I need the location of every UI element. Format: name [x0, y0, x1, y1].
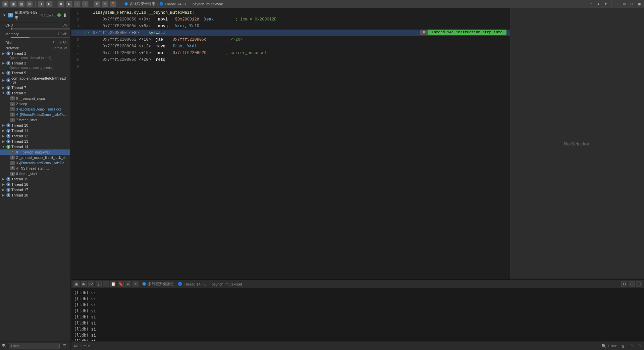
frame-9-3[interactable]: 3 3 -[LockBaseDemo _saleTicket] — [0, 106, 70, 112]
breadcrumb-frame[interactable]: 0 __psynch_mutexwait — [185, 2, 223, 6]
breadcrumb-process[interactable]: 多线程安全隐患 — [129, 1, 155, 6]
toolbar-btn-8[interactable]: ▶ — [66, 1, 72, 7]
toolbar-nav-up[interactable]: ▲ — [595, 1, 601, 7]
thread-17-expand-icon[interactable]: ▶ — [1, 188, 5, 191]
frame-9-7[interactable]: 7 7 thread_start — [0, 117, 70, 123]
thread-item-18[interactable]: ▶ 8 Thread 18 — [0, 192, 70, 198]
toolbar-btn-2[interactable]: ▣ — [10, 1, 17, 7]
console-btn-step-into[interactable]: ↓↗ — [88, 281, 94, 287]
thread-3-icon: 8 — [6, 61, 10, 65]
thread-11-expand-icon[interactable]: ▶ — [1, 129, 5, 132]
thread-uikit-expand-icon[interactable]: ▶ — [1, 79, 5, 82]
frame-9-2[interactable]: 2 2 sleep — [0, 101, 70, 106]
network-label: Network — [5, 46, 53, 50]
thread-10-expand-icon[interactable]: ▶ — [1, 124, 5, 127]
toolbar-btn-7[interactable]: ⏸ — [58, 1, 64, 7]
console-btn-6[interactable]: 🔖 — [118, 281, 124, 287]
thread-item-10[interactable]: ▶ 8 Thread 10 — [0, 123, 70, 128]
console-btn-8[interactable]: ≡ — [132, 281, 139, 287]
console-layout-1[interactable]: ⊟ — [621, 281, 627, 287]
thread-item-3[interactable]: ▶ 8 Thread 3 — [0, 60, 70, 66]
thread-14-expand-icon[interactable]: ▼ — [1, 145, 5, 148]
console-layout-btn-b[interactable]: ⊟ — [636, 343, 642, 349]
toolbar-layout-2[interactable]: ⊞ — [621, 1, 627, 7]
console-output[interactable]: (lldb) si (lldb) si (lldb) si (lldb) si … — [71, 289, 644, 341]
frame-9-4[interactable]: 4 4 -[PthreadMutexDemo _saleTicket] — [0, 112, 70, 117]
frame-14-2[interactable]: 2 2 _pthread_mutex_firstfit_lock_slow — [0, 155, 70, 160]
process-expand-icon[interactable]: ▼ — [3, 13, 6, 17]
thread-item-9[interactable]: ▼ 8 Thread 9 — [0, 90, 70, 96]
frame-9-0[interactable]: 0 0 __semwait_signal — [0, 96, 70, 101]
thread-7-label: Thread 7 — [11, 86, 69, 90]
toolbar-btn-10[interactable]: ↑ — [82, 1, 89, 7]
console-btn-7[interactable]: ⚙ — [125, 281, 131, 287]
toolbar-btn-13[interactable]: 📍 — [110, 1, 116, 7]
filter-icon-group: ☰ ⊞ ≡ — [62, 343, 70, 349]
thread-16-expand-icon[interactable]: ▶ — [1, 183, 5, 186]
thread-9-expand-icon[interactable]: ▼ — [1, 91, 5, 95]
toolbar-btn-4[interactable]: ⊞ — [26, 1, 33, 7]
thread-item-13[interactable]: ▶ 8 Thread 13 — [0, 139, 70, 144]
frame-14-0[interactable]: 0 0 __psynch_mutexwait — [0, 149, 70, 155]
toolbar-btn-3[interactable]: ▦ — [18, 1, 25, 7]
toolbar-nav-down[interactable]: ▼ — [603, 1, 609, 7]
console-layout-2[interactable]: ⊡ — [629, 281, 635, 287]
thread-12-expand-icon[interactable]: ▶ — [1, 134, 5, 138]
toolbar-btn-6[interactable]: ► — [46, 1, 53, 7]
thread-item-uikit[interactable]: ▶ 8 com.apple.uikit.eventfetch-thread (6… — [0, 76, 70, 85]
frame-14-3[interactable]: 3 3 -[PthreadMutexDemo _saleTicket] — [0, 160, 70, 166]
thread-item-7[interactable]: ▶ 8 Thread 7 — [0, 85, 70, 90]
thread-3-expand-icon[interactable]: ▶ — [1, 61, 5, 65]
thread-17-icon: 8 — [6, 188, 10, 192]
frame-14-2-num: 2 — [10, 156, 15, 160]
thread-item-15[interactable]: ▶ 8 Thread 15 — [0, 176, 70, 182]
console-btn-step-out[interactable]: ↑ — [103, 281, 109, 287]
thread-12-label: Thread 12 — [11, 134, 69, 138]
line-code-3: 0x7fff5220805d <+5>: movq %rcx, %r10 — [92, 24, 510, 29]
console-clear-btn[interactable]: 🗑 — [620, 343, 626, 349]
thread-item-1[interactable]: ▶ 8 Thread 1 — [0, 51, 70, 56]
frame-14-6-num: 6 — [10, 172, 15, 176]
console-btn-5[interactable]: 📋 — [110, 281, 116, 287]
filter-input[interactable] — [9, 343, 60, 349]
memory-label: Memory — [5, 32, 58, 36]
console-breadcrumb: 🔷 多线程安全隐患 › 🔵 Thread 14 › 0 __psynch_mut… — [142, 281, 242, 287]
console-btn-1[interactable]: ▣ — [73, 281, 79, 287]
process-pause-btn[interactable]: ⏸ — [63, 12, 67, 18]
thread-item-5[interactable]: ▶ 8 Thread 5 — [0, 70, 70, 76]
thread-1-expand-icon[interactable]: ▶ — [1, 52, 5, 55]
console-layout-3[interactable]: ⊞ — [636, 281, 642, 287]
toolbar-layout-1[interactable]: ⊡ — [614, 1, 620, 7]
code-line-4: 4 –> 0x7fff52208060 <+8>: syscall = Thre… — [71, 30, 510, 36]
filter-icon: 🔍 — [2, 344, 7, 348]
console-right: ⊟ ⊡ ⊞ — [621, 281, 642, 287]
thread-item-17[interactable]: ▶ 8 Thread 17 — [0, 187, 70, 192]
toolbar-btn-5[interactable]: ◄ — [38, 1, 45, 7]
filter-list-icon[interactable]: ☰ — [62, 343, 68, 349]
thread-item-16[interactable]: ▶ 8 Thread 16 — [0, 182, 70, 187]
thread-7-expand-icon[interactable]: ▶ — [1, 86, 5, 89]
toolbar-btn-1[interactable]: ▣ — [2, 1, 9, 7]
code-title-line: 1 libsystem_kernel.dylib`__psynch_mutexw… — [71, 9, 510, 16]
toolbar-btn-11[interactable]: ⏎ — [94, 1, 100, 7]
toolbar-layout-3[interactable]: ⊟ — [629, 1, 635, 7]
thread-item-11[interactable]: ▶ 8 Thread 11 — [0, 128, 70, 133]
thread-item-14[interactable]: ▼ 8 Thread 14 — [0, 144, 70, 149]
toolbar-layout-4[interactable]: ▣ — [636, 1, 642, 7]
breadcrumb-thread[interactable]: Thread 14 — [165, 2, 181, 6]
frame-9-7-label: 7 thread_start — [16, 118, 69, 122]
thread-5-expand-icon[interactable]: ▶ — [1, 71, 5, 75]
frame-14-4[interactable]: 4 4 _NSThread_start_... — [0, 166, 70, 171]
process-header[interactable]: ▼ A 多线程安全隐患 PID 15745 ⏸ — [0, 8, 70, 23]
toolbar-btn-9[interactable]: ↓ — [74, 1, 80, 7]
thread-18-expand-icon[interactable]: ▶ — [1, 193, 5, 197]
thread-15-expand-icon[interactable]: ▶ — [1, 177, 5, 181]
console-btn-2[interactable]: ▶ — [81, 281, 87, 287]
console-layout-btn-a[interactable]: ⊞ — [628, 343, 634, 349]
toolbar-warning-icon[interactable]: ⚠ — [588, 1, 594, 7]
thread-13-expand-icon[interactable]: ▶ — [1, 140, 5, 143]
frame-14-6[interactable]: 6 6 thread_start — [0, 171, 70, 176]
thread-item-12[interactable]: ▶ 8 Thread 12 — [0, 133, 70, 139]
console-btn-step-over[interactable]: ↓ — [96, 281, 102, 287]
toolbar-btn-12[interactable]: ⎋ — [102, 1, 108, 7]
